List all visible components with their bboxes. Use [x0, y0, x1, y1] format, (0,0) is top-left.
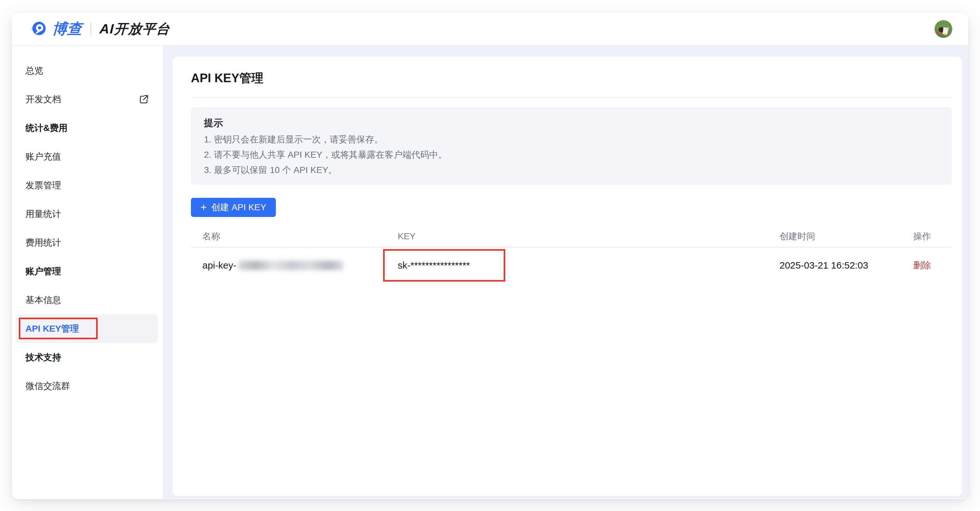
column-header-created: 创建时间: [780, 230, 913, 243]
product-title: AI开放平台: [99, 20, 171, 38]
sidebar-item-account-recharge[interactable]: 账户充值: [16, 142, 158, 171]
column-header-action: 操作: [913, 230, 951, 243]
content-background: API KEY管理 提示 1. 密钥只会在新建后显示一次，请妥善保存。 2. 请…: [163, 46, 968, 498]
delete-api-key-link[interactable]: 删除: [913, 260, 931, 270]
brand-divider: [91, 22, 91, 35]
sidebar-item-api-key-management[interactable]: API KEY管理: [16, 315, 158, 343]
brand-logo-group: 博查 AI开放平台: [29, 19, 170, 39]
column-header-key: KEY: [398, 231, 780, 241]
api-key-masked-value: sk-****************: [398, 260, 470, 271]
sidebar-section-label: 技术支持: [25, 351, 61, 364]
tip-item-3: 3. 最多可以保留 10 个 API KEY。: [204, 163, 938, 178]
sidebar-section-label: 账户管理: [25, 265, 61, 278]
sidebar: 总览 开发文档 统计&费用 账户充值 发票管理 用量统计: [12, 46, 163, 498]
tip-item-1: 1. 密钥只会在新建后显示一次，请妥善保存。: [204, 132, 938, 147]
annotation-box-sidebar: [19, 318, 98, 339]
sidebar-item-label: 账户充值: [25, 151, 61, 163]
api-key-name-prefix: api-key-: [202, 260, 236, 271]
title-divider: [191, 97, 951, 98]
sidebar-item-basic-info[interactable]: 基本信息: [16, 286, 158, 315]
create-api-key-button[interactable]: + 创建 API KEY: [191, 198, 276, 217]
tip-item-2: 2. 请不要与他人共享 API KEY，或将其暴露在客户端代码中。: [204, 147, 938, 163]
sidebar-section-account-management: 账户管理: [16, 257, 158, 286]
create-api-key-button-label: 创建 API KEY: [211, 201, 266, 214]
sidebar-item-label: 总览: [25, 65, 43, 77]
sidebar-item-label: 用量统计: [25, 208, 61, 220]
sidebar-item-invoice-management[interactable]: 发票管理: [16, 171, 158, 200]
created-at-cell: 2025-03-21 16:52:03: [780, 260, 913, 271]
sidebar-item-label: 开发文档: [25, 93, 61, 105]
top-header: 博查 AI开放平台: [12, 13, 968, 46]
column-header-name: 名称: [191, 230, 398, 243]
bocha-logo-icon: [29, 20, 47, 38]
api-key-panel: API KEY管理 提示 1. 密钥只会在新建后显示一次，请妥善保存。 2. 请…: [173, 57, 962, 496]
sidebar-section-label: 统计&费用: [25, 122, 67, 134]
brand-name: 博查: [51, 19, 83, 39]
tips-title: 提示: [204, 117, 938, 129]
sidebar-item-label: 发票管理: [25, 179, 61, 192]
table-row: api-key- sk-**************** 2025-03-21 …: [191, 248, 951, 283]
sidebar-item-wechat-group[interactable]: 微信交流群: [16, 372, 158, 401]
page-title: API KEY管理: [191, 72, 951, 85]
sidebar-item-overview[interactable]: 总览: [16, 56, 158, 85]
avatar-illustration-icon: [934, 20, 952, 38]
sidebar-section-stats-fees: 统计&费用: [16, 114, 158, 142]
app-window: 博查 AI开放平台: [12, 13, 968, 499]
tips-box: 提示 1. 密钥只会在新建后显示一次，请妥善保存。 2. 请不要与他人共享 AP…: [191, 107, 951, 184]
api-key-value-cell: sk-****************: [398, 249, 780, 282]
sidebar-section-tech-support: 技术支持: [16, 343, 158, 372]
sidebar-item-label: 基本信息: [25, 294, 61, 306]
api-key-table: 名称 KEY 创建时间 操作 api-key- sk-*************…: [191, 226, 951, 283]
annotation-box-key: sk-****************: [383, 249, 505, 282]
table-header-row: 名称 KEY 创建时间 操作: [191, 226, 951, 248]
sidebar-item-label: 费用统计: [25, 237, 61, 249]
sidebar-item-cost-stats[interactable]: 费用统计: [16, 228, 158, 257]
api-key-name-cell: api-key-: [191, 260, 398, 271]
redacted-name-blur: [238, 260, 343, 270]
plus-icon: +: [200, 202, 207, 212]
user-avatar[interactable]: [934, 20, 952, 38]
sidebar-item-dev-docs[interactable]: 开发文档: [16, 85, 158, 114]
external-link-icon: [139, 94, 149, 104]
sidebar-item-label: 微信交流群: [25, 380, 70, 392]
sidebar-item-usage-stats[interactable]: 用量统计: [16, 200, 158, 228]
